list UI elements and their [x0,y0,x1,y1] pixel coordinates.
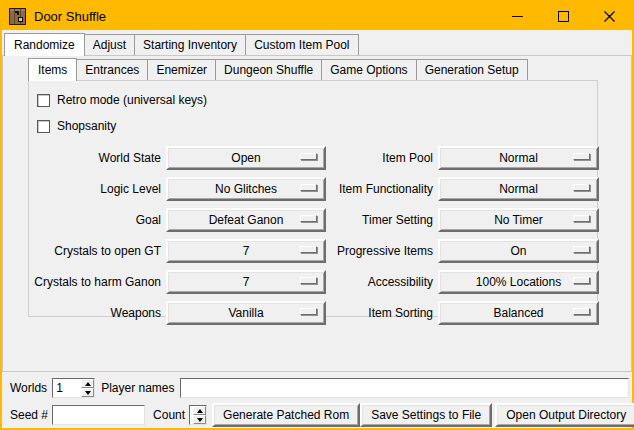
shopsanity-label: Shopsanity [57,119,116,133]
app-window: Door Shuffle Randomize Adjust Starting I… [0,0,634,430]
dropdown-indicator-icon [300,246,317,253]
player-names-input[interactable] [180,378,630,398]
dropdown-indicator-icon [573,308,590,315]
accessibility-dropdown[interactable]: 100% Locations [438,270,599,294]
progressive-items-label: Progressive Items [331,244,433,258]
tab-dungeon-shuffle[interactable]: Dungeon Shuffle [215,59,322,80]
timer-setting-dropdown[interactable]: No Timer [438,208,599,232]
item-sorting-dropdown[interactable]: Balanced [438,301,599,325]
tab-randomize[interactable]: Randomize [4,33,85,56]
worlds-spin-buttons [81,379,94,397]
tab-entrances[interactable]: Entrances [76,59,148,80]
tab-items[interactable]: Items [28,58,77,81]
caption-buttons [494,2,632,30]
dropdown-indicator-icon [300,277,317,284]
seed-label: Seed # [10,408,48,422]
spin-up-icon[interactable] [193,406,206,415]
dropdown-indicator-icon [300,153,317,160]
options-grid: World State Open Item Pool Normal Logic … [29,146,597,325]
worlds-row: Worlds Player names [10,378,629,398]
minimize-icon[interactable] [494,2,540,30]
close-icon[interactable] [586,2,632,30]
dropdown-indicator-icon [573,184,590,191]
bottom-bar: Worlds Player names Seed # Count [2,372,632,428]
spin-up-icon[interactable] [81,379,94,388]
dropdown-indicator-icon [300,308,317,315]
worlds-input[interactable] [53,379,81,397]
spin-down-icon[interactable] [193,415,206,424]
tab-starting-inventory[interactable]: Starting Inventory [134,34,246,55]
dropdown-indicator-icon [573,153,590,160]
item-pool-dropdown[interactable]: Normal [438,146,599,170]
worlds-label: Worlds [10,381,47,395]
generate-patched-rom-button[interactable]: Generate Patched Rom [212,403,360,427]
weapons-dropdown[interactable]: Vanilla [166,301,326,325]
dropdown-indicator-icon [573,215,590,222]
world-state-label: World State [29,151,161,165]
shopsanity-checkbox[interactable] [37,120,50,133]
sub-tab-bar: Items Entrances Enemizer Dungeon Shuffle… [3,56,631,80]
timer-setting-label: Timer Setting [331,213,433,227]
progressive-items-dropdown[interactable]: On [438,239,599,263]
item-sorting-label: Item Sorting [331,306,433,320]
tab-custom-item-pool[interactable]: Custom Item Pool [245,34,358,55]
count-spinner[interactable] [189,405,207,425]
tab-game-options[interactable]: Game Options [321,59,416,80]
tab-generation-setup[interactable]: Generation Setup [416,59,528,80]
randomize-page: Items Entrances Enemizer Dungeon Shuffle… [2,55,632,372]
goal-dropdown[interactable]: Defeat Ganon [166,208,326,232]
dropdown-indicator-icon [300,215,317,222]
window-title: Door Shuffle [34,9,106,24]
item-functionality-dropdown[interactable]: Normal [438,177,599,201]
tab-enemizer[interactable]: Enemizer [147,59,216,80]
dropdown-indicator-icon [573,246,590,253]
count-label: Count [153,408,185,422]
tab-adjust[interactable]: Adjust [84,34,135,55]
items-page: Retro mode (universal keys) Shopsanity W… [28,80,598,317]
count-spin-buttons [193,406,206,424]
worlds-spinner[interactable] [52,378,95,398]
accessibility-label: Accessibility [331,275,433,289]
item-functionality-label: Item Functionality [331,182,433,196]
logic-level-dropdown[interactable]: No Glitches [166,177,326,201]
retro-mode-label: Retro mode (universal keys) [57,93,207,107]
main-tab-bar: Randomize Adjust Starting Inventory Cust… [2,30,632,55]
retro-mode-checkbox[interactable] [37,94,50,107]
shopsanity-row: Shopsanity [37,119,597,133]
world-state-dropdown[interactable]: Open [166,146,326,170]
spin-down-icon[interactable] [81,388,94,397]
logic-level-label: Logic Level [29,182,161,196]
door-icon [9,8,26,25]
item-pool-label: Item Pool [331,151,433,165]
crystals-gt-dropdown[interactable]: 7 [166,239,326,263]
seed-row: Seed # Count Generate Patched Rom Save S… [10,403,629,427]
open-output-directory-button[interactable]: Open Output Directory [495,403,634,427]
dropdown-indicator-icon [573,277,590,284]
weapons-label: Weapons [29,306,161,320]
seed-input[interactable] [52,405,145,425]
crystals-ganon-dropdown[interactable]: 7 [166,270,326,294]
save-settings-button[interactable]: Save Settings to File [360,403,492,427]
goal-label: Goal [29,213,161,227]
crystals-gt-label: Crystals to open GT [29,244,161,258]
dropdown-indicator-icon [300,184,317,191]
title-bar: Door Shuffle [2,2,632,30]
retro-mode-row: Retro mode (universal keys) [37,93,597,107]
crystals-ganon-label: Crystals to harm Ganon [29,275,161,289]
maximize-icon[interactable] [540,2,586,30]
player-names-label: Player names [101,381,174,395]
